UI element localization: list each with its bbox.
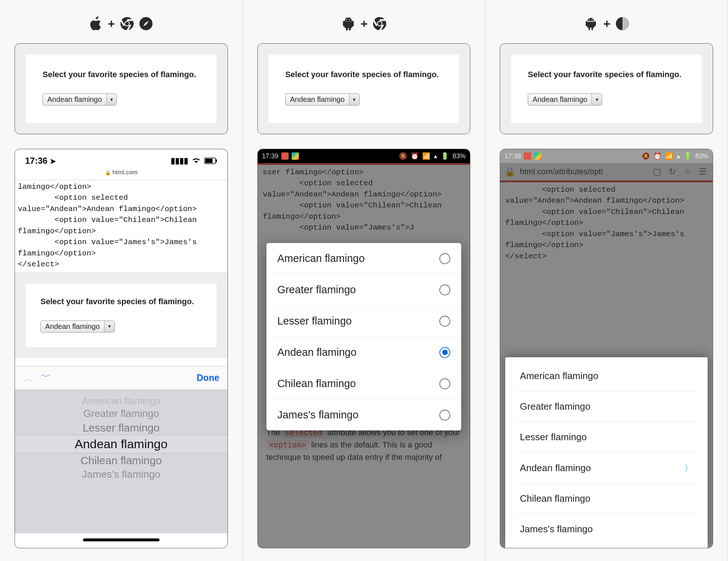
device-android-chrome: 17:39 🔕 ⏰ 📶 ▴ 🔋 83% sser flamingo</optio… <box>257 149 471 548</box>
wheel-option-selected[interactable]: Andean flamingo <box>15 435 228 453</box>
code-chip: <option> <box>266 440 309 450</box>
safari-icon <box>139 17 153 31</box>
dialog-option[interactable]: Greater flamingo <box>266 274 462 306</box>
demo-prompt: Select your favorite species of flamingo… <box>40 295 202 307</box>
wheel-option[interactable]: Greater flamingo <box>15 407 228 421</box>
android-status-bar: 17:39 🔕 ⏰ 📶 ▴ 🔋 83% <box>258 149 470 163</box>
radio-icon <box>439 285 450 295</box>
plus-icon: + <box>603 17 610 31</box>
dialog-option[interactable]: James's flamingo <box>266 399 462 430</box>
chevron-right-icon: 〉 <box>684 462 693 474</box>
lock-icon: 🔒 <box>505 167 515 177</box>
demo-select-ios-device[interactable]: Andean flamingo ▼ <box>40 321 115 333</box>
dialog-option[interactable]: Chilean flamingo <box>266 368 462 399</box>
ios-status-bar: 17:36 ➤ ▮▮▮▮ <box>15 149 228 169</box>
uc-code-snippet: <option selected value="Andean">Andean f… <box>500 182 713 264</box>
dialog-option-selected[interactable]: Andean flamingo <box>266 337 462 368</box>
wifi-icon: 📶 <box>422 152 430 160</box>
demo-select[interactable]: Andean flamingo ▼ <box>43 94 117 106</box>
apple-icon <box>90 16 103 31</box>
battery-icon: 🔋 <box>684 152 692 160</box>
ios-code-snippet: lamingo</option> <option selected value=… <box>15 180 228 273</box>
sheet-option[interactable]: James's flamingo <box>505 514 708 544</box>
ios-picker-wheel[interactable]: American flamingo Greater flamingo Lesse… <box>15 390 228 534</box>
select-arrow-icon: ▼ <box>104 321 114 332</box>
device-ios: 17:36 ➤ ▮▮▮▮ 🔒html.com lamingo</option> … <box>15 149 228 548</box>
radio-icon <box>439 253 450 264</box>
demo-card-android-uc: Select your favorite species of flamingo… <box>500 43 713 134</box>
ios-picker-toolbar: 〈 〉 Done <box>15 366 228 390</box>
url-text: html.com/attributes/opti <box>520 167 647 176</box>
battery-icon <box>204 158 217 164</box>
header-icons-ios: + <box>90 13 153 35</box>
column-ios: + Select your favorite species of flamin… <box>0 0 243 561</box>
android-code-snippet: sser flamingo</option> <option selected … <box>258 165 470 236</box>
sheet-option[interactable]: Greater flamingo <box>505 391 708 422</box>
demo-prompt: Select your favorite species of flamingo… <box>285 68 443 80</box>
signal-icon: ▴ <box>434 152 437 160</box>
plus-icon: + <box>108 17 115 31</box>
chrome-icon <box>120 17 134 31</box>
dialog-option[interactable]: Lesser flamingo <box>266 306 462 337</box>
battery-percent: 83% <box>695 152 708 160</box>
picker-next-icon[interactable]: 〉 <box>39 373 52 382</box>
wheel-option[interactable]: Chilean flamingo <box>15 453 228 468</box>
status-time: 17:39 <box>262 152 278 160</box>
url-host: html.com <box>112 169 138 176</box>
svg-point-13 <box>592 19 593 20</box>
header-icons-android-chrome: + <box>341 13 387 35</box>
plus-icon: + <box>361 17 368 31</box>
lock-icon: 🔒 <box>105 170 111 175</box>
ios-inline-demo: Select your favorite species of flamingo… <box>15 273 228 358</box>
chrome-icon <box>373 17 387 31</box>
dnd-icon: 🔕 <box>399 152 407 160</box>
ios-url-bar[interactable]: 🔒html.com <box>15 169 228 180</box>
select-value: Andean flamingo <box>43 95 106 104</box>
sheet-option[interactable]: American flamingo <box>505 361 708 391</box>
column-android-uc: + Select your favorite species of flamin… <box>485 0 728 561</box>
android-select-dialog: American flamingo Greater flamingo Lesse… <box>266 243 462 430</box>
wifi-icon <box>192 158 201 164</box>
svg-point-2 <box>125 22 129 25</box>
ios-home-indicator[interactable] <box>83 538 159 541</box>
picker-done-button[interactable]: Done <box>197 373 219 383</box>
battery-icon: 🔋 <box>441 152 449 160</box>
alarm-icon: ⏰ <box>411 152 419 160</box>
svg-rect-5 <box>205 159 213 163</box>
svg-rect-6 <box>216 159 217 162</box>
wheel-option[interactable]: Lesser flamingo <box>15 421 228 435</box>
status-time: 17:38 <box>505 152 521 160</box>
demo-select[interactable]: Andean flamingo ▼ <box>528 94 602 106</box>
android-status-bar: 17:38 🔕 ⏰ 📶 ▴ 🔋 83% <box>500 149 713 163</box>
picker-prev-icon[interactable]: 〈 <box>21 373 34 382</box>
menu-icon[interactable]: ☰ <box>697 167 708 177</box>
wheel-option[interactable]: American flamingo <box>15 395 228 407</box>
reader-icon[interactable]: ▢ <box>652 167 662 177</box>
notif-app-icon <box>524 152 531 160</box>
sheet-option-selected[interactable]: Andean flamingo〉 <box>505 453 708 483</box>
svg-point-11 <box>378 22 381 25</box>
android-icon <box>341 16 356 31</box>
ios-time: 17:36 ➤ <box>25 156 56 166</box>
bookmark-icon[interactable]: ☆ <box>682 167 693 177</box>
svg-point-8 <box>349 19 350 20</box>
signal-icon: ▴ <box>677 152 680 160</box>
demo-select[interactable]: Andean flamingo ▼ <box>285 94 360 106</box>
wheel-option[interactable]: James's flamingo <box>15 468 228 481</box>
demo-card-android-chrome: Select your favorite species of flamingo… <box>257 43 471 134</box>
radio-icon <box>439 410 450 421</box>
dialog-option[interactable]: American flamingo <box>266 243 462 274</box>
sheet-option[interactable]: Lesser flamingo <box>505 422 708 452</box>
radio-checked-icon <box>439 347 450 358</box>
svg-point-12 <box>589 19 590 20</box>
sheet-option[interactable]: Chilean flamingo <box>505 484 708 514</box>
android-icon <box>583 16 598 31</box>
reload-icon[interactable]: ↻ <box>667 167 678 177</box>
device-android-uc: 17:38 🔕 ⏰ 📶 ▴ 🔋 83% 🔒 html.com/attribute… <box>500 149 713 548</box>
uc-browser-icon <box>616 17 629 31</box>
notif-app-icon <box>292 152 299 160</box>
demo-prompt: Select your favorite species of flamingo… <box>528 68 685 80</box>
dnd-icon: 🔕 <box>642 152 650 160</box>
uc-url-bar[interactable]: 🔒 html.com/attributes/opti ▢ ↻ ☆ ☰ <box>500 163 713 180</box>
battery-percent: 83% <box>452 152 466 160</box>
